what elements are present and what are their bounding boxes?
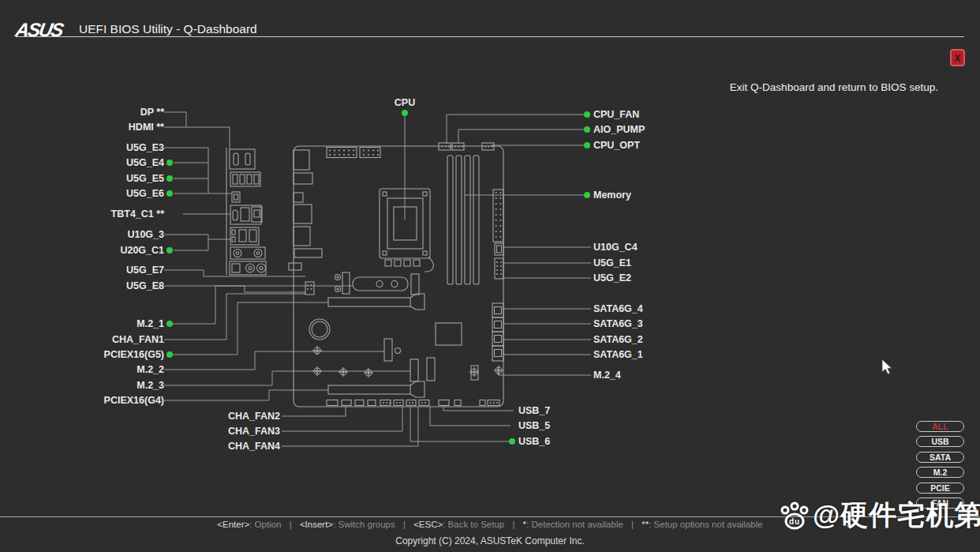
label-cpu: CPU (381, 96, 428, 110)
screw-icons (312, 346, 503, 377)
label-cha-fan3: CHA_FAN3 (146, 424, 280, 438)
filter-button-all[interactable]: ALL (916, 421, 964, 432)
label-u5g-e6: U5G_E6 (30, 186, 164, 201)
label-cha-fan2: CHA_FAN2 (146, 409, 280, 423)
leader-lines (164, 112, 591, 446)
label-m2-3: M.2_3 (30, 378, 164, 392)
label-usb-5: USB_5 (518, 419, 550, 433)
label-cha-fan4: CHA_FAN4 (146, 439, 280, 453)
status-dot (584, 126, 590, 133)
m2-vertical-slots (384, 339, 478, 381)
paw-icon: du (778, 499, 811, 532)
svg-text:du: du (789, 517, 800, 526)
status-dot (584, 142, 590, 148)
m2-heatsink (335, 272, 420, 295)
label-cpu-opt: CPU_OPT (593, 138, 640, 152)
label-u5g-e4: U5G_E4 (30, 156, 164, 170)
label-m2-4: M.2_4 (593, 368, 621, 382)
board-outline (294, 146, 503, 407)
label-sata6g-3: SATA6G_3 (593, 317, 643, 331)
label-u5g-e2: U5G_E2 (593, 271, 631, 285)
label-m2-1: M.2_1 (30, 317, 164, 331)
label-dp: DP ** (30, 105, 164, 119)
filter-button-pcie[interactable]: PCIE (916, 483, 964, 494)
label-u5g-e1: U5G_E1 (593, 256, 631, 270)
filter-button-sata[interactable]: SATA (916, 452, 964, 463)
rear-io-ports (226, 148, 266, 275)
watermark: du @硬件宅机第 (778, 497, 980, 534)
label-m2-2: M.2_2 (30, 362, 164, 377)
status-dot (166, 175, 173, 182)
label-aio-pump: AIO_PUMP (593, 122, 645, 137)
status-dot-cpu (402, 110, 408, 116)
status-dot (166, 160, 173, 166)
status-dot (509, 438, 515, 445)
label-cpu-fan: CPU_FAN (593, 107, 639, 122)
label-memory: Memory (593, 188, 631, 202)
status-dot (166, 321, 173, 327)
label-sata6g-2: SATA6G_2 (593, 332, 643, 347)
label-tbt4-c1: TBT4_C1 ** (30, 207, 164, 221)
label-pciex16-g4: PCIEX16(G4) (30, 393, 164, 407)
label-u5g-e8: U5G_E8 (30, 279, 164, 293)
label-u5g-e7: U5G_E7 (30, 263, 164, 277)
label-hdmi: HDMI ** (30, 120, 164, 134)
label-u5g-e5: U5G_E5 (30, 171, 164, 186)
label-u10g-c4: U10G_C4 (593, 240, 638, 254)
atx-power-connector (493, 190, 503, 242)
mouse-cursor (881, 359, 894, 376)
front-usb-headers (495, 243, 503, 279)
label-u10g-3: U10G_3 (30, 227, 164, 242)
cmos-battery (309, 319, 330, 340)
cpu-socket (380, 189, 433, 272)
label-usb-7: USB_7 (518, 404, 550, 418)
status-dot (166, 247, 173, 253)
chipset (436, 323, 462, 345)
status-dot (584, 192, 590, 198)
label-cha-fan1: CHA_FAN1 (30, 332, 164, 347)
label-usb-6: USB_6 (518, 434, 550, 449)
label-sata6g-4: SATA6G_4 (593, 302, 643, 316)
q-dashboard-screen: ASUS UEFI BIOS Utility - Q-Dashboard X E… (0, 0, 980, 552)
label-u5g-e3: U5G_E3 (30, 141, 164, 155)
cha-fan1-header (305, 282, 314, 295)
ram-slots (447, 156, 479, 284)
status-dot (166, 190, 173, 197)
filter-button-m2[interactable]: M.2 (916, 467, 964, 478)
watermark-text: @硬件宅机第 (813, 497, 980, 534)
status-dot (166, 351, 173, 358)
copyright: Copyright (C) 2024, ASUSTeK Computer Inc… (0, 535, 980, 546)
filter-button-usb[interactable]: USB (916, 436, 964, 447)
label-u20g-c1: U20G_C1 (30, 243, 164, 257)
status-dot (584, 111, 590, 118)
sata-ports (492, 303, 503, 361)
label-pciex16-g5: PCIEX16(G5) (30, 347, 164, 362)
label-sata6g-1: SATA6G_1 (593, 347, 643, 362)
